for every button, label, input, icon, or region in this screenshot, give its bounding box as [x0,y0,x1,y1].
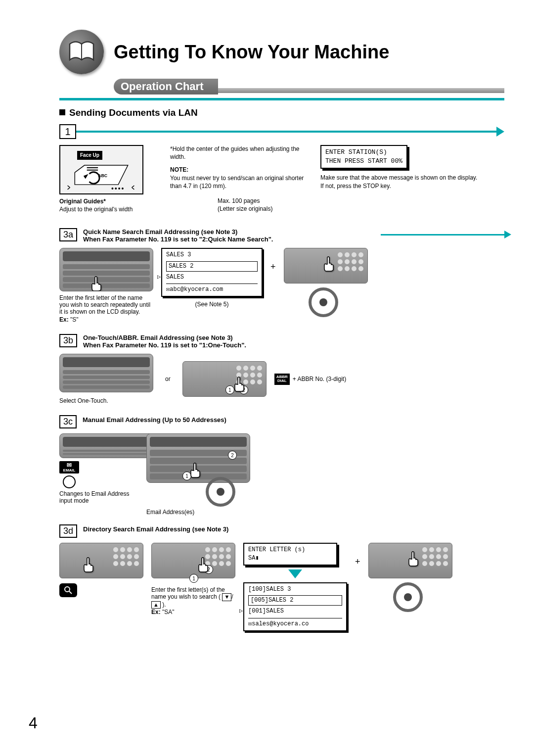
s3d-enter: Enter the first letter(s) of the name yo… [151,586,225,600]
section-heading: Sending Documents via LAN [59,107,504,118]
email-icon: ✉EMAIL [59,461,79,473]
orig-guides-text: Adjust to the original's width [59,206,133,213]
abbr-dial-icon: ABBRDIAL [274,374,290,385]
section-subtitle: Operation Chart [114,79,218,94]
s3d-enter-end: ). [162,601,166,608]
control-panel-3d-3 [368,543,452,578]
step-3b-num: 3b [59,334,77,347]
page-number: 4 [29,714,38,732]
down-arrow-icon [288,569,302,578]
s3c-h: Manual Email Addressing (Up to 50 Addres… [83,415,226,424]
guides-note: *Hold the center of the guides when adju… [170,145,309,161]
s3a-ex-val: "S" [70,316,79,323]
lcd-msg1: Make sure that the above message is show… [320,174,477,181]
s3b-h1: One-Touch/ABBR. Email Addressing (see No… [83,334,504,341]
s3d-h: Directory Search Email Addressing (see N… [83,524,228,533]
svg-line-7 [69,591,72,594]
s3a-h2: When Fax Parameter No. 119 is set to "2:… [83,236,375,243]
down-key-icon: ▼ [222,593,231,601]
s3c-changes: Changes to Email Address input mode [59,490,138,504]
control-panel-3b-left [59,354,153,392]
s3d-results: [100]SALES 3 [005]SALES 2 ▷[001]SALES ✉s… [243,582,347,631]
control-panel-3c-left [59,433,153,458]
max-pages: Max. 100 pages [218,197,260,204]
s3b-select: Select One-Touch. [59,397,153,404]
svg-point-3 [115,188,117,189]
control-panel-3d-1 [59,543,143,578]
plus-sign-3d: + [355,557,360,567]
original-guides-illustration: Face Up ABC [59,145,143,194]
s3c-email-addr: Email Address(es) [146,509,250,516]
step-3a-num: 3a [59,228,77,241]
step-1-bar: 1 [59,124,504,139]
book-icon [59,30,104,74]
lcd-display-1: ENTER STATION(S) THEN PRESS START 00% [320,145,407,169]
s3d-lcd-top: ENTER LETTER (s) SA▮ [243,543,337,566]
dpad-icon-3d [393,582,423,612]
svg-point-5 [122,188,124,189]
divider [59,98,504,100]
s3a-see-note: (See Note 5) [161,301,263,308]
control-panel-3a-right [284,248,368,284]
svg-point-2 [111,188,113,189]
directory-search-icon [59,583,77,597]
lcd-msg2: If not, press the STOP key. [320,183,391,189]
letter-size: (Letter size originals) [218,205,272,212]
s3a-under-panel: Enter the first letter of the name you w… [59,294,153,315]
s3b-h2: When Fax Parameter No. 119 is set to "1:… [83,341,504,349]
control-panel-3b-right: 1 2 [182,361,267,397]
s3a-h1: Quick Name Search Email Addressing (see … [83,228,375,236]
s3a-ex-label: Ex: [59,316,69,323]
up-key-icon: ▲ [151,601,161,609]
note-text: You must never try to send/scan an origi… [170,174,309,190]
subtitle-bar [218,88,504,93]
step-3c-num: 3c [59,415,77,428]
s3d-ex-val: "SA" [162,609,175,615]
control-panel-3d-2: 1 2 [151,543,235,578]
page-title: Getting To Know Your Machine [114,42,389,63]
svg-point-4 [118,188,120,189]
svg-point-6 [65,587,70,592]
step-1-num: 1 [59,124,76,139]
control-panel-3a-left [59,248,153,291]
dpad-icon [309,287,338,317]
abbr-text: + ABBR No. (3-digit) [293,376,346,382]
svg-text:ABC: ABC [98,173,108,178]
control-panel-3c-right: 1 2 [146,433,250,483]
s3d-ex-label: Ex: [151,609,161,615]
dpad-icon-3c [206,477,235,507]
plus-sign: + [270,262,276,272]
s3a-results: SALES 3 SALES 2 ▷SALES ✉abc@kyocera.com [161,248,263,297]
or-label: or [165,376,171,382]
step-3d-num: 3d [59,524,77,538]
orig-guides-label: Original Guides* [59,198,106,205]
note-label: NOTE: [170,166,188,173]
